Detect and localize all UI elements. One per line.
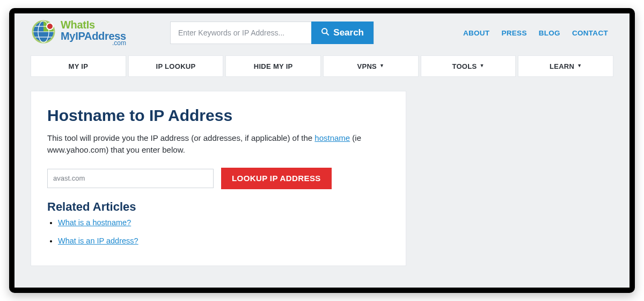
page-lead: This tool will provide you the IP addres… xyxy=(47,132,390,156)
chevron-down-icon: ▼ xyxy=(577,63,582,68)
logo-text: WhatIs MyIPAddress .com xyxy=(61,19,126,47)
top-nav: ABOUT PRESS BLOG CONTACT xyxy=(463,29,613,37)
app-window: WhatIs MyIPAddress .com Search xyxy=(9,8,635,293)
main-nav: MY IP IP LOOKUP HIDE MY IP VPNS ▼ TOOLS … xyxy=(14,55,630,77)
page-title: Hostname to IP Address xyxy=(47,106,390,125)
tab-label: IP LOOKUP xyxy=(156,62,196,70)
main-content: Hostname to IP Address This tool will pr… xyxy=(31,91,406,266)
tab-label: TOOLS xyxy=(452,62,477,70)
nav-press[interactable]: PRESS xyxy=(501,29,526,37)
svg-point-6 xyxy=(47,23,53,30)
search-input[interactable] xyxy=(171,22,311,44)
lead-text-pre: This tool will provide you the IP addres… xyxy=(47,133,314,142)
header: WhatIs MyIPAddress .com Search xyxy=(14,13,630,51)
related-articles-list: What is a hostname? What is an IP addres… xyxy=(58,218,390,245)
search-button[interactable]: Search xyxy=(311,22,374,44)
tab-my-ip[interactable]: MY IP xyxy=(31,55,126,77)
list-item: What is an IP address? xyxy=(58,236,390,245)
tab-ip-lookup[interactable]: IP LOOKUP xyxy=(128,55,224,77)
related-link-ip-address[interactable]: What is an IP address? xyxy=(58,236,138,245)
tab-label: LEARN xyxy=(550,62,574,70)
chevron-down-icon: ▼ xyxy=(479,63,484,68)
nav-contact[interactable]: CONTACT xyxy=(572,29,608,37)
site-search: Search xyxy=(170,22,374,44)
related-articles-heading: Related Articles xyxy=(47,200,390,214)
site-logo[interactable]: WhatIs MyIPAddress .com xyxy=(31,19,159,47)
list-item: What is a hostname? xyxy=(58,218,390,227)
search-button-label: Search xyxy=(333,27,364,38)
tab-label: HIDE MY IP xyxy=(254,62,293,70)
svg-line-8 xyxy=(326,33,329,35)
tab-label: VPNS xyxy=(357,62,377,70)
svg-point-7 xyxy=(322,28,327,33)
related-link-hostname[interactable]: What is a hostname? xyxy=(58,218,131,227)
chevron-down-icon: ▼ xyxy=(379,63,384,68)
tab-learn[interactable]: LEARN ▼ xyxy=(518,55,613,77)
lookup-form: LOOKUP IP ADDRESS xyxy=(47,168,390,189)
tab-vpns[interactable]: VPNS ▼ xyxy=(323,55,419,77)
tab-tools[interactable]: TOOLS ▼ xyxy=(421,55,516,77)
tab-label: MY IP xyxy=(69,62,89,70)
hostname-input[interactable] xyxy=(47,169,214,188)
hostname-link[interactable]: hostname xyxy=(314,133,350,142)
lookup-ip-button[interactable]: LOOKUP IP ADDRESS xyxy=(221,168,332,189)
globe-icon xyxy=(31,19,56,47)
search-icon xyxy=(321,27,330,39)
nav-about[interactable]: ABOUT xyxy=(463,29,490,37)
tab-hide-my-ip[interactable]: HIDE MY IP xyxy=(225,55,321,77)
nav-blog[interactable]: BLOG xyxy=(539,29,560,37)
